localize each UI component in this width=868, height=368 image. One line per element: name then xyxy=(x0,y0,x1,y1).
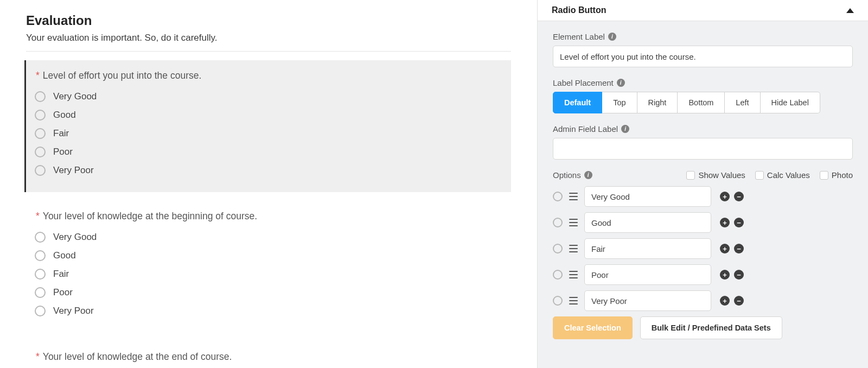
checkbox-icon xyxy=(755,171,764,180)
remove-option-button[interactable]: − xyxy=(734,244,744,253)
add-option-button[interactable]: + xyxy=(720,192,730,201)
placement-left[interactable]: Left xyxy=(725,92,760,113)
label-placement-group: Label Placement i DefaultTopRightBottomL… xyxy=(553,78,853,113)
add-option-button[interactable]: + xyxy=(720,218,730,227)
radio-icon xyxy=(35,250,46,261)
settings-panel: Radio Button Element Label i Label Place… xyxy=(537,0,868,368)
info-icon[interactable]: i xyxy=(621,125,629,133)
radio-icon xyxy=(35,269,46,280)
radio-option[interactable]: Very Poor xyxy=(34,303,503,319)
options-header: Options i Show ValuesCalc ValuesPhoto xyxy=(553,170,853,180)
radio-label: Very Good xyxy=(53,91,97,102)
drag-handle-icon[interactable] xyxy=(569,245,578,252)
radio-option[interactable]: Very Good xyxy=(34,89,503,104)
panel-header[interactable]: Radio Button xyxy=(538,0,868,21)
radio-label: Good xyxy=(53,110,76,120)
option-row: +− xyxy=(553,264,853,285)
option-text-input[interactable] xyxy=(584,264,711,285)
element-label-input[interactable] xyxy=(553,46,853,67)
option-text-input[interactable] xyxy=(584,238,711,259)
label-placement-buttons: DefaultTopRightBottomLeftHide Label xyxy=(553,92,853,113)
checkbox-label: Calc Values xyxy=(767,170,810,180)
option-default-radio[interactable] xyxy=(553,218,563,227)
radio-label: Poor xyxy=(53,287,73,298)
options-actions: Clear Selection Bulk Edit / Predefined D… xyxy=(553,316,853,339)
info-icon[interactable]: i xyxy=(608,33,616,41)
drag-handle-icon[interactable] xyxy=(569,297,578,304)
add-option-button[interactable]: + xyxy=(720,270,730,280)
info-icon[interactable]: i xyxy=(584,171,592,179)
radio-label: Fair xyxy=(53,269,69,280)
radio-option[interactable]: Poor xyxy=(34,285,503,300)
checkbox-icon xyxy=(820,171,828,180)
element-label-title: Element Label i xyxy=(553,32,853,41)
check-calc-values[interactable]: Calc Values xyxy=(755,170,810,180)
option-text-input[interactable] xyxy=(584,186,711,207)
radio-option[interactable]: Poor xyxy=(34,144,503,160)
drag-handle-icon[interactable] xyxy=(569,271,578,278)
check-photo[interactable]: Photo xyxy=(820,170,853,180)
options-title: Options i xyxy=(553,170,592,180)
chevron-up-icon[interactable] xyxy=(846,8,854,13)
radio-label: Very Poor xyxy=(53,306,94,316)
question-block[interactable]: *Your level of knowledge at the end of c… xyxy=(26,341,511,368)
admin-label-input[interactable] xyxy=(553,138,853,160)
clear-selection-button[interactable]: Clear Selection xyxy=(553,316,633,339)
add-option-button[interactable]: + xyxy=(720,296,730,306)
radio-option[interactable]: Good xyxy=(34,248,503,263)
bulk-edit-button[interactable]: Bulk Edit / Predefined Data Sets xyxy=(640,316,782,339)
radio-icon xyxy=(35,147,46,157)
remove-option-button[interactable]: − xyxy=(734,270,744,280)
option-row: +− xyxy=(553,212,853,233)
radio-option[interactable]: Very Poor xyxy=(34,163,503,178)
label-placement-title: Label Placement i xyxy=(553,78,853,87)
option-text-input[interactable] xyxy=(584,290,711,311)
option-default-radio[interactable] xyxy=(553,244,563,253)
checkbox-icon xyxy=(686,171,695,180)
drag-handle-icon[interactable] xyxy=(569,193,578,200)
drag-handle-icon[interactable] xyxy=(569,219,578,226)
remove-option-button[interactable]: − xyxy=(734,192,744,201)
options-list: +−+−+−+−+− xyxy=(553,186,853,311)
radio-option[interactable]: Good xyxy=(34,107,503,123)
radio-label: Good xyxy=(53,250,76,261)
radio-icon xyxy=(35,128,46,139)
option-default-radio[interactable] xyxy=(553,192,563,201)
check-show-values[interactable]: Show Values xyxy=(686,170,745,180)
option-row: +− xyxy=(553,186,853,207)
panel-body: Element Label i Label Placement i Defaul… xyxy=(538,21,868,368)
option-text-input[interactable] xyxy=(584,212,711,233)
label-placement-text: Label Placement xyxy=(553,78,614,87)
element-label-group: Element Label i xyxy=(553,32,853,67)
admin-label-title: Admin Field Label i xyxy=(553,124,853,134)
placement-top[interactable]: Top xyxy=(602,92,637,113)
remove-option-button[interactable]: − xyxy=(734,218,744,227)
placement-default[interactable]: Default xyxy=(553,92,602,113)
radio-option[interactable]: Fair xyxy=(34,267,503,282)
radio-option[interactable]: Very Good xyxy=(34,230,503,245)
radio-icon xyxy=(35,306,46,316)
admin-label-group: Admin Field Label i xyxy=(553,124,853,160)
option-row: +− xyxy=(553,238,853,259)
placement-bottom[interactable]: Bottom xyxy=(678,92,725,113)
options-title-text: Options xyxy=(553,170,581,180)
info-icon[interactable]: i xyxy=(617,79,625,87)
placement-hide-label[interactable]: Hide Label xyxy=(761,92,820,113)
form-description: Your evaluation is important. So, do it … xyxy=(26,33,511,52)
question-list: *Level of effort you put into the course… xyxy=(26,60,511,368)
question-label: *Your level of knowledge at the end of c… xyxy=(34,351,503,363)
option-default-radio[interactable] xyxy=(553,296,563,306)
form-title: Evaluation xyxy=(26,13,511,28)
placement-right[interactable]: Right xyxy=(637,92,678,113)
add-option-button[interactable]: + xyxy=(720,244,730,253)
radio-label: Very Poor xyxy=(53,165,94,176)
radio-label: Poor xyxy=(53,147,73,157)
question-block[interactable]: *Level of effort you put into the course… xyxy=(24,60,511,192)
radio-icon xyxy=(35,110,46,120)
options-group: Options i Show ValuesCalc ValuesPhoto +−… xyxy=(553,170,853,339)
remove-option-button[interactable]: − xyxy=(734,296,744,306)
radio-icon xyxy=(35,165,46,176)
radio-option[interactable]: Fair xyxy=(34,126,503,141)
question-block[interactable]: *Your level of knowledge at the beginnin… xyxy=(26,201,511,333)
option-default-radio[interactable] xyxy=(553,270,563,280)
